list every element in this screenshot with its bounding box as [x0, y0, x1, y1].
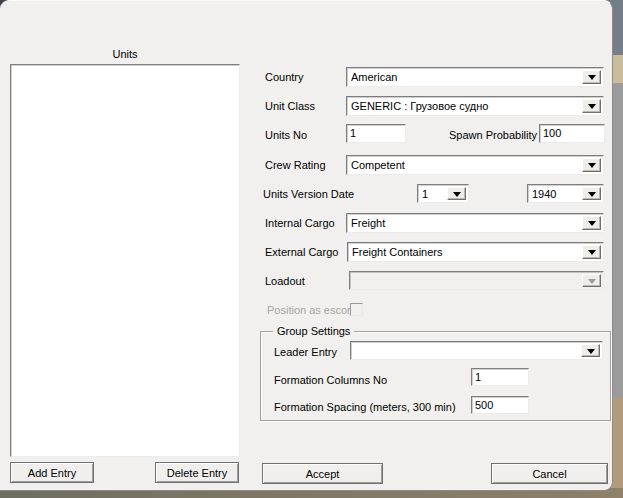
- formation-columns-label: Formation Columns No: [274, 374, 387, 387]
- version-month-select[interactable]: 1: [417, 184, 469, 203]
- group-settings-groupbox: Group Settings Leader Entry Formation Co…: [260, 331, 611, 421]
- country-value: American: [351, 70, 581, 85]
- version-year-value: 1940: [532, 187, 581, 202]
- units-no-input[interactable]: 1: [346, 124, 406, 143]
- crew-rating-dropdown-button[interactable]: [582, 158, 601, 172]
- crew-rating-label: Crew Rating: [265, 159, 326, 172]
- leader-entry-select[interactable]: [350, 341, 603, 360]
- chevron-down-icon: [588, 75, 596, 84]
- internal-cargo-select[interactable]: Freight: [346, 213, 604, 233]
- cancel-button[interactable]: Cancel: [491, 463, 608, 484]
- country-label: Country: [265, 71, 304, 84]
- delete-entry-button[interactable]: Delete Entry: [155, 462, 239, 483]
- crew-rating-value: Competent: [351, 158, 581, 173]
- leader-entry-label: Leader Entry: [274, 346, 337, 359]
- group-settings-title: Group Settings: [273, 325, 354, 338]
- crew-rating-select[interactable]: Competent: [346, 155, 604, 175]
- version-year-dropdown-button[interactable]: [582, 187, 601, 200]
- units-listbox[interactable]: [10, 64, 240, 457]
- loadout-label: Loadout: [265, 275, 305, 288]
- units-no-label: Units No: [265, 129, 307, 142]
- loadout-dropdown-button: [582, 274, 601, 287]
- leader-entry-dropdown-button[interactable]: [581, 344, 600, 357]
- chevron-down-icon: [587, 349, 595, 358]
- unit-class-select[interactable]: GENERIC : Грузовое судно: [346, 96, 604, 116]
- units-list-label: Units: [10, 48, 240, 61]
- formation-spacing-input[interactable]: 500: [471, 396, 529, 414]
- internal-cargo-label: Internal Cargo: [265, 217, 335, 230]
- country-select[interactable]: American: [346, 67, 604, 87]
- external-cargo-select[interactable]: Freight Containers: [347, 242, 604, 262]
- add-entry-button[interactable]: Add Entry: [10, 462, 94, 483]
- formation-columns-input[interactable]: 1: [471, 368, 529, 386]
- unit-class-dropdown-button[interactable]: [582, 99, 601, 113]
- internal-cargo-dropdown-button[interactable]: [582, 216, 601, 230]
- version-year-select[interactable]: 1940: [527, 184, 604, 203]
- chevron-down-icon: [588, 104, 596, 113]
- external-cargo-value: Freight Containers: [352, 245, 581, 260]
- unit-class-value: GENERIC : Грузовое судно: [351, 99, 581, 114]
- formation-spacing-label: Formation Spacing (meters, 300 min): [274, 401, 456, 414]
- version-month-value: 1: [422, 187, 446, 202]
- unit-class-label: Unit Class: [265, 100, 315, 113]
- loadout-select: [349, 271, 604, 290]
- spawn-probability-label: Spawn Probability: [449, 129, 537, 142]
- unit-entry-dialog: Units Country American Unit Class GENERI…: [0, 0, 613, 491]
- position-as-escort-checkbox: [350, 303, 363, 316]
- external-cargo-label: External Cargo: [265, 246, 338, 259]
- chevron-down-icon: [453, 192, 461, 201]
- external-cargo-dropdown-button[interactable]: [582, 245, 601, 259]
- units-version-date-label: Units Version Date: [263, 188, 354, 201]
- chevron-down-icon: [588, 192, 596, 201]
- internal-cargo-value: Freight: [351, 216, 581, 231]
- version-month-dropdown-button[interactable]: [447, 187, 466, 200]
- country-dropdown-button[interactable]: [582, 70, 601, 84]
- spawn-probability-input[interactable]: 100: [539, 124, 605, 143]
- accept-button[interactable]: Accept: [262, 463, 383, 484]
- chevron-down-icon: [588, 163, 596, 172]
- chevron-down-icon: [588, 221, 596, 230]
- chevron-down-icon: [588, 279, 596, 288]
- chevron-down-icon: [588, 250, 596, 259]
- position-as-escort-label: Position as escort: [267, 304, 354, 317]
